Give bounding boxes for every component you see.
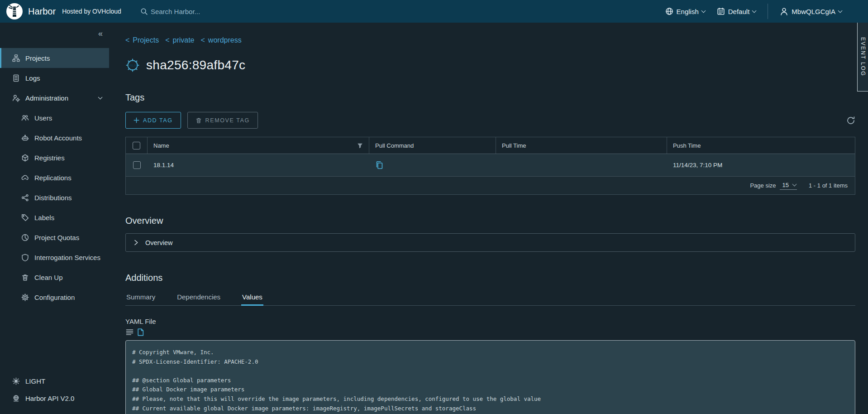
breadcrumb-separator: <	[165, 36, 169, 44]
breadcrumb: < Projects < private < wordpress	[125, 36, 855, 44]
sidebar-item-labels[interactable]: Labels	[0, 207, 109, 227]
search-icon	[140, 8, 148, 15]
copy-icon[interactable]	[375, 161, 384, 169]
overview-panel-label: Overview	[145, 239, 172, 246]
select-all-checkbox[interactable]	[133, 142, 140, 149]
caret-right-icon	[133, 240, 139, 246]
sidebar-item-label: Labels	[34, 214, 54, 221]
brand[interactable]: Harbor Hosted by OVHcloud	[0, 3, 129, 19]
sidebar-item-logs[interactable]: Logs	[0, 68, 109, 88]
user-menu[interactable]: MbwQLGCgIA	[780, 7, 842, 16]
search-input[interactable]	[151, 8, 305, 15]
tab-summary[interactable]: Summary	[125, 290, 156, 305]
add-tag-button[interactable]: ADD TAG	[125, 112, 181, 129]
remove-tag-button[interactable]: REMOVE TAG	[187, 112, 258, 129]
share-icon	[21, 194, 29, 202]
filter-icon[interactable]	[357, 143, 363, 149]
table-footer: Page size 15 1 - 1 of 1 items	[126, 176, 855, 194]
sidebar-collapse-button[interactable]: «	[98, 29, 103, 39]
language-selector[interactable]: English	[665, 7, 705, 15]
breadcrumb-separator: <	[201, 36, 205, 44]
sidebar-item-project-quotas[interactable]: Project Quotas	[0, 227, 109, 247]
sun-icon	[12, 377, 20, 385]
sidebar-item-users[interactable]: Users	[0, 108, 109, 128]
sidebar-item-replications[interactable]: Replications	[0, 168, 109, 188]
column-pull-command: Pull Command	[369, 137, 496, 154]
users-icon	[21, 114, 29, 122]
breadcrumb-projects[interactable]: < Projects	[125, 36, 159, 44]
sidebar-item-harbor-api[interactable]: Harbor API V2.0	[0, 390, 109, 407]
event-log-label: EVENT LOG	[860, 37, 866, 76]
breadcrumb-wordpress[interactable]: < wordpress	[201, 36, 242, 44]
pagination-range: 1 - 1 of 1 items	[809, 182, 848, 189]
sidebar-item-interrogation-services[interactable]: Interrogation Services	[0, 247, 109, 267]
breadcrumb-label: private	[172, 36, 194, 44]
pull-time-cell	[496, 154, 667, 176]
sidebar-item-label: Interrogation Services	[34, 254, 100, 261]
scope-selector[interactable]: Default	[717, 7, 756, 15]
brand-title: Harbor	[28, 6, 56, 17]
brand-subtitle: Hosted by OVHcloud	[62, 8, 121, 15]
refresh-icon	[846, 116, 855, 125]
overview-accordion[interactable]: Overview	[125, 233, 855, 252]
sidebar-item-label: Projects	[25, 54, 50, 62]
scope-label: Default	[728, 8, 750, 15]
chevron-down-icon	[792, 182, 797, 187]
breadcrumb-label: Projects	[133, 36, 159, 44]
sidebar: « Projects Logs Administration Users	[0, 23, 109, 414]
page-size-select[interactable]: 15	[780, 182, 797, 190]
chevron-down-icon	[98, 95, 103, 100]
push-time-cell: 11/14/23, 7:10 PM	[667, 154, 855, 176]
row-checkbox[interactable]	[133, 161, 141, 169]
administration-icon	[12, 94, 20, 102]
main-content: < Projects < private < wordpress HELM sh…	[109, 23, 868, 414]
tag-name: 18.1.14	[153, 162, 174, 168]
remove-tag-label: REMOVE TAG	[205, 117, 250, 124]
sidebar-item-clean-up[interactable]: Clean Up	[0, 267, 109, 287]
table-header: Name Pull Command Pull Time Push Time	[126, 137, 855, 154]
page-size-label: Page size	[750, 182, 776, 189]
tab-values[interactable]: Values	[241, 290, 263, 305]
chevron-down-icon	[752, 9, 757, 13]
sidebar-item-configuration[interactable]: Configuration	[0, 287, 109, 307]
page-title: sha256:89afb47c	[146, 58, 245, 72]
refresh-button[interactable]	[846, 116, 855, 125]
file-view-icon[interactable]	[137, 328, 144, 337]
projects-icon	[12, 54, 20, 62]
sidebar-item-label: Configuration	[34, 294, 75, 301]
trash-icon	[21, 274, 29, 281]
sidebar-item-label: Project Quotas	[34, 234, 79, 241]
language-label: English	[677, 8, 699, 15]
breadcrumb-private[interactable]: < private	[165, 36, 194, 44]
add-tag-label: ADD TAG	[143, 117, 173, 124]
username-label: MbwQLGCgIA	[792, 8, 835, 15]
yaml-code-block[interactable]: # Copyright VMware, Inc. # SPDX-License-…	[125, 340, 855, 414]
event-log-tab[interactable]: EVENT LOG	[857, 23, 868, 91]
sidebar-item-registries[interactable]: Registries	[0, 148, 109, 168]
sidebar-item-label: Logs	[25, 74, 40, 82]
helm-badge-icon: HELM	[125, 58, 140, 72]
tags-table: Name Pull Command Pull Time Push Time 18…	[125, 137, 855, 195]
global-search[interactable]	[140, 8, 665, 15]
sidebar-item-distributions[interactable]: Distributions	[0, 188, 109, 207]
breadcrumb-separator: <	[125, 36, 129, 44]
overview-heading: Overview	[125, 216, 855, 226]
chevron-down-icon	[701, 9, 706, 13]
cloud-icon	[21, 174, 29, 182]
pie-icon	[21, 234, 29, 241]
header-divider	[768, 4, 768, 19]
tab-dependencies[interactable]: Dependencies	[176, 290, 221, 305]
theme-toggle-light[interactable]: LIGHT	[0, 372, 109, 390]
table-row: 18.1.14 11/14/23, 7:10 PM	[126, 154, 855, 176]
sidebar-item-administration[interactable]: Administration	[0, 88, 109, 108]
sidebar-item-label: LIGHT	[25, 377, 45, 385]
gear-icon	[21, 294, 29, 301]
robot-icon	[21, 134, 29, 142]
tag-name-cell: 18.1.14	[148, 154, 369, 176]
additions-heading: Additions	[125, 273, 855, 283]
sidebar-item-robot-accounts[interactable]: Robot Accounts	[0, 128, 109, 148]
list-view-icon[interactable]	[125, 328, 134, 336]
sidebar-item-projects[interactable]: Projects	[0, 48, 109, 68]
plus-icon	[134, 117, 139, 123]
sidebar-item-label: Users	[34, 114, 52, 122]
